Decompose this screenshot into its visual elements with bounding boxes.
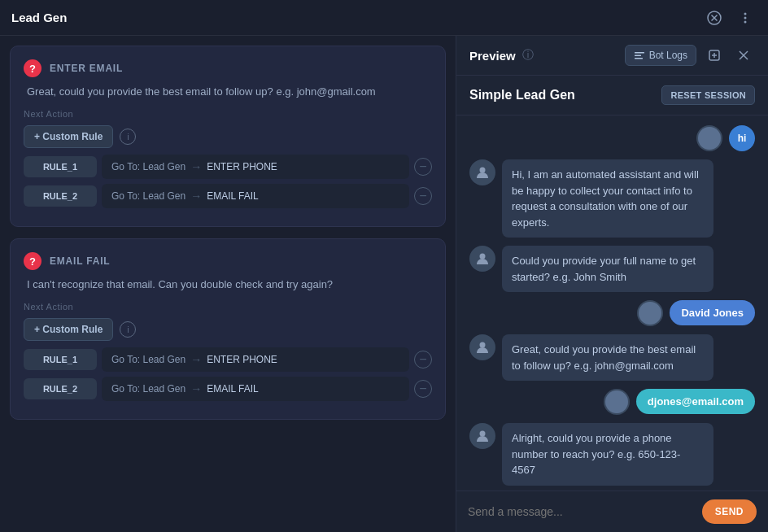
svg-point-15 — [480, 431, 486, 437]
preview-info-icon[interactable]: ⓘ — [522, 48, 534, 63]
bot-avatar — [469, 159, 495, 185]
rule-2-goto: Go To: Lead Gen → EMAIL FAIL — [102, 184, 409, 208]
rule-row: RULE_1 Go To: Lead Gen → ENTER PHONE − — [24, 155, 432, 179]
goto-arrow: → — [190, 160, 202, 173]
user-message: David Jones — [670, 300, 755, 325]
goto-arrow: → — [190, 353, 202, 366]
close-preview-icon[interactable] — [732, 44, 755, 67]
messages-area: hi Hi, I am an automated assistant and w… — [456, 116, 768, 491]
goto-destination: EMAIL FAIL — [207, 190, 259, 202]
bot-avatar — [469, 423, 495, 449]
message-row: hi — [469, 125, 755, 151]
rule-1-label[interactable]: RULE_1 — [24, 156, 97, 177]
card-body-text: I can't recognize that email. Can you do… — [24, 278, 432, 290]
rule-1-remove[interactable]: − — [414, 158, 432, 176]
rule-1-goto: Go To: Lead Gen → ENTER PHONE — [102, 155, 409, 179]
close-icon[interactable] — [703, 7, 726, 29]
card-header: ? ENTER EMAIL — [24, 59, 432, 77]
top-bar: Lead Gen — [0, 0, 768, 36]
preview-title: Preview — [469, 49, 516, 63]
goto-destination: ENTER PHONE — [207, 354, 277, 365]
user-icon — [604, 389, 630, 415]
goto-prefix: Go To: Lead Gen — [111, 190, 185, 202]
action-buttons-row: + Custom Rule i — [24, 318, 432, 341]
preview-header-left: Preview ⓘ — [469, 48, 534, 63]
app-title: Lead Gen — [11, 11, 67, 24]
bot-message: Alright, could you provide a phone numbe… — [502, 423, 713, 486]
custom-rule-button-2[interactable]: + Custom Rule — [24, 318, 113, 341]
goto-destination: EMAIL FAIL — [207, 383, 259, 395]
card-icon: ? — [24, 59, 41, 77]
user-message: djones@email.com — [636, 389, 755, 414]
message-row: Could you provide your full name to get … — [469, 246, 755, 292]
next-action-label: Next Action — [24, 302, 432, 312]
bot-logs-button[interactable]: Bot Logs — [625, 45, 696, 66]
svg-rect-8 — [635, 58, 643, 59]
more-options-icon[interactable] — [734, 7, 757, 29]
expand-icon[interactable] — [703, 44, 726, 67]
rule-1-remove[interactable]: − — [414, 351, 432, 368]
rule-2-remove[interactable]: − — [414, 380, 432, 398]
bot-logs-label: Bot Logs — [649, 50, 687, 61]
svg-point-12 — [480, 168, 486, 173]
rule-1-label[interactable]: RULE_1 — [24, 349, 97, 370]
rule-row: RULE_2 Go To: Lead Gen → EMAIL FAIL − — [24, 377, 432, 401]
bot-message: Could you provide your full name to get … — [502, 246, 713, 292]
svg-point-4 — [744, 16, 747, 19]
reset-session-button[interactable]: RESET SESSION — [661, 85, 755, 105]
rule-2-remove[interactable]: − — [414, 187, 432, 205]
chat-header: Simple Lead Gen RESET SESSION — [456, 76, 768, 116]
goto-arrow: → — [190, 190, 202, 203]
enter-email-card: ? ENTER EMAIL Great, could you provide t… — [10, 46, 446, 227]
svg-rect-6 — [635, 52, 644, 54]
card-body-text: Great, could you provide the best email … — [24, 85, 432, 98]
info-icon[interactable]: i — [120, 129, 136, 145]
user-icon — [696, 125, 722, 151]
bot-message: Great, could you provide the best email … — [502, 334, 713, 381]
rule-2-label[interactable]: RULE_2 — [24, 185, 97, 207]
svg-point-5 — [744, 20, 747, 23]
svg-rect-7 — [635, 55, 641, 57]
rule-row: RULE_1 Go To: Lead Gen → ENTER PHONE − — [24, 347, 432, 372]
input-bar: SEND — [456, 491, 768, 532]
custom-rule-button-1[interactable]: + Custom Rule — [24, 125, 113, 148]
chat-input[interactable] — [468, 505, 694, 518]
card-icon: ? — [24, 252, 41, 270]
next-action-label: Next Action — [24, 109, 432, 119]
preview-header-right: Bot Logs — [625, 44, 755, 67]
bot-message: Hi, I am an automated assistant and will… — [502, 159, 713, 238]
left-panel: ? ENTER EMAIL Great, could you provide t… — [0, 36, 456, 532]
right-panel: Preview ⓘ Bot Logs — [456, 36, 768, 532]
goto-prefix: Go To: Lead Gen — [111, 161, 185, 172]
goto-prefix: Go To: Lead Gen — [111, 354, 185, 365]
rule-2-label[interactable]: RULE_2 — [24, 378, 97, 399]
top-bar-icons — [703, 7, 757, 29]
rule-1-goto: Go To: Lead Gen → ENTER PHONE — [102, 347, 409, 372]
info-icon[interactable]: i — [120, 321, 136, 338]
message-row: David Jones — [469, 300, 755, 326]
svg-point-3 — [744, 12, 747, 15]
chat-app-name: Simple Lead Gen — [469, 88, 575, 102]
message-row: Hi, I am an automated assistant and will… — [469, 159, 755, 238]
svg-point-13 — [480, 254, 486, 259]
message-row: Alright, could you provide a phone numbe… — [469, 423, 755, 486]
user-avatar: hi — [729, 125, 755, 151]
svg-point-14 — [480, 342, 486, 348]
card-header: ? EMAIL FAIL — [24, 252, 432, 270]
user-icon — [637, 300, 663, 326]
card-title: ENTER EMAIL — [50, 63, 123, 74]
card-title: EMAIL FAIL — [50, 255, 110, 267]
action-buttons-row: + Custom Rule i — [24, 125, 432, 148]
rule-row: RULE_2 Go To: Lead Gen → EMAIL FAIL − — [24, 184, 432, 208]
bot-avatar — [469, 334, 495, 360]
goto-destination: ENTER PHONE — [207, 161, 277, 172]
main-layout: ? ENTER EMAIL Great, could you provide t… — [0, 36, 768, 532]
goto-arrow: → — [190, 382, 202, 395]
preview-header: Preview ⓘ Bot Logs — [456, 36, 768, 76]
message-row: Great, could you provide the best email … — [469, 334, 755, 381]
send-button[interactable]: SEND — [702, 499, 757, 524]
message-row: djones@email.com — [469, 389, 755, 415]
bot-avatar — [469, 246, 495, 272]
goto-prefix: Go To: Lead Gen — [111, 383, 185, 395]
rule-2-goto: Go To: Lead Gen → EMAIL FAIL — [102, 377, 409, 401]
